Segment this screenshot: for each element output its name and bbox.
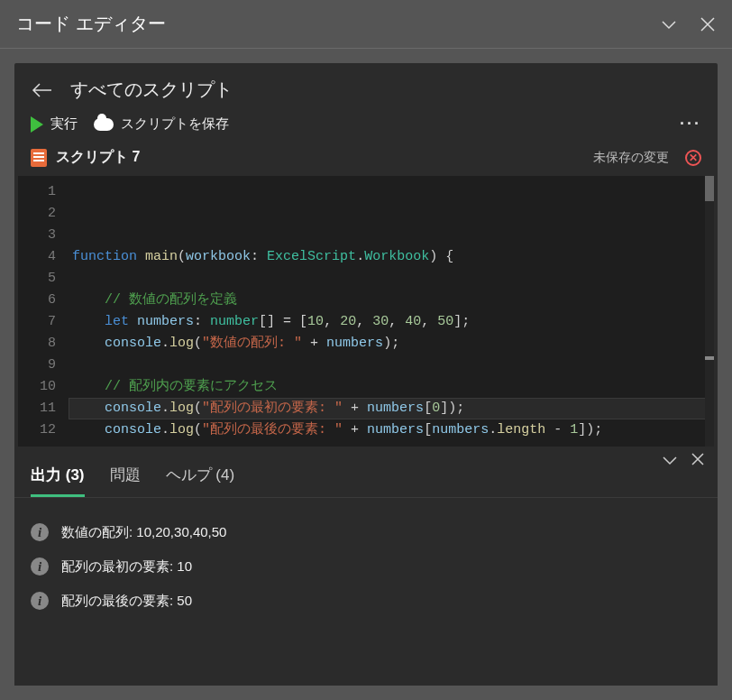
output-text: 配列の最後の要素: 50 bbox=[61, 593, 192, 610]
tab-output-label: 出力 bbox=[31, 466, 61, 484]
script-file-icon bbox=[31, 149, 47, 167]
output-tabs: 出力 (3) 問題 ヘルプ (4) bbox=[14, 447, 718, 498]
line-number: 11 bbox=[27, 398, 56, 419]
info-icon: i bbox=[31, 523, 49, 541]
code-line[interactable] bbox=[72, 268, 714, 290]
unsaved-indicator-icon[interactable]: ✕ bbox=[685, 150, 701, 166]
close-icon[interactable] bbox=[700, 16, 716, 32]
run-button[interactable]: 実行 bbox=[31, 115, 78, 133]
output-line: i配列の最初の要素: 10 bbox=[31, 557, 701, 576]
unsaved-changes-label: 未保存の変更 bbox=[593, 150, 669, 166]
line-number: 3 bbox=[27, 225, 56, 246]
run-label: 実行 bbox=[50, 115, 78, 133]
tab-output-count: 3 bbox=[70, 466, 78, 484]
code-line[interactable]: console.log("数値の配列: " + numbers); bbox=[72, 333, 714, 355]
code-line[interactable]: console.log("配列の最初の要素: " + numbers[0]); bbox=[72, 398, 714, 419]
line-number: 2 bbox=[27, 203, 56, 225]
line-number: 7 bbox=[27, 311, 56, 333]
breadcrumb[interactable]: すべてのスクリプト bbox=[70, 78, 233, 102]
script-header: スクリプト 7 未保存の変更 ✕ bbox=[14, 143, 718, 176]
line-number: 6 bbox=[27, 290, 56, 311]
tab-help[interactable]: ヘルプ (4) bbox=[166, 465, 235, 497]
save-script-button[interactable]: スクリプトを保存 bbox=[94, 115, 229, 133]
output-text: 配列の最初の要素: 10 bbox=[61, 558, 192, 576]
line-number: 4 bbox=[27, 246, 56, 268]
output-text: 数値の配列: 10,20,30,40,50 bbox=[61, 524, 226, 541]
code-area[interactable]: function main(workbook: ExcelScript.Work… bbox=[69, 176, 714, 447]
code-line[interactable] bbox=[72, 441, 714, 447]
chevron-down-icon[interactable] bbox=[660, 15, 678, 33]
titlebar: コード エディター bbox=[0, 0, 732, 49]
app-title: コード エディター bbox=[16, 12, 660, 36]
panel-close-icon[interactable] bbox=[691, 452, 705, 468]
titlebar-actions bbox=[660, 15, 716, 33]
cloud-save-icon bbox=[94, 118, 114, 131]
breadcrumb-row: すべてのスクリプト bbox=[14, 63, 718, 109]
line-number: 5 bbox=[27, 268, 56, 290]
save-label: スクリプトを保存 bbox=[121, 115, 229, 133]
code-line[interactable]: // 数値の配列を定義 bbox=[72, 290, 714, 311]
play-icon bbox=[31, 116, 43, 133]
scrollbar-thumb[interactable] bbox=[705, 176, 714, 201]
tab-output[interactable]: 出力 (3) bbox=[31, 465, 85, 497]
code-line[interactable]: let numbers: number[] = [10, 20, 30, 40,… bbox=[72, 311, 714, 333]
tab-help-count: 4 bbox=[221, 466, 229, 484]
tab-help-label: ヘルプ bbox=[166, 466, 212, 484]
toolbar: 実行 スクリプトを保存 ··· bbox=[14, 109, 718, 143]
code-line[interactable]: // 配列内の要素にアクセス bbox=[72, 376, 714, 398]
output-panel: 出力 (3) 問題 ヘルプ (4) i数値の配列: 10,20,30,40,50… bbox=[14, 447, 718, 686]
line-number: 12 bbox=[27, 419, 56, 441]
output-panel-controls bbox=[662, 452, 705, 468]
more-menu-button[interactable]: ··· bbox=[680, 115, 701, 134]
line-gutter: 123456789101112 bbox=[18, 176, 69, 447]
line-number: 10 bbox=[27, 376, 56, 398]
line-number: 9 bbox=[27, 355, 56, 376]
code-line[interactable]: console.log("配列の最後の要素: " + numbers[numbe… bbox=[72, 419, 714, 441]
output-body: i数値の配列: 10,20,30,40,50i配列の最初の要素: 10i配列の最… bbox=[14, 498, 718, 621]
tab-problems[interactable]: 問題 bbox=[110, 465, 141, 497]
output-line: i数値の配列: 10,20,30,40,50 bbox=[31, 523, 701, 541]
line-number: 1 bbox=[27, 181, 56, 203]
code-line[interactable] bbox=[72, 355, 714, 376]
script-name: スクリプト 7 bbox=[56, 148, 584, 167]
panel-chevron-down-icon[interactable] bbox=[662, 452, 678, 468]
back-arrow-icon[interactable] bbox=[31, 82, 54, 98]
code-editor[interactable]: 123456789101112 function main(workbook: … bbox=[18, 176, 714, 447]
code-line[interactable]: function main(workbook: ExcelScript.Work… bbox=[72, 246, 714, 268]
output-line: i配列の最後の要素: 50 bbox=[31, 592, 701, 610]
info-icon: i bbox=[31, 592, 49, 610]
line-number: 8 bbox=[27, 333, 56, 355]
info-icon: i bbox=[31, 557, 49, 576]
tab-problems-label: 問題 bbox=[110, 466, 141, 484]
editor-panel: すべてのスクリプト 実行 スクリプトを保存 ··· スクリプト 7 未保存の変更… bbox=[14, 63, 718, 686]
